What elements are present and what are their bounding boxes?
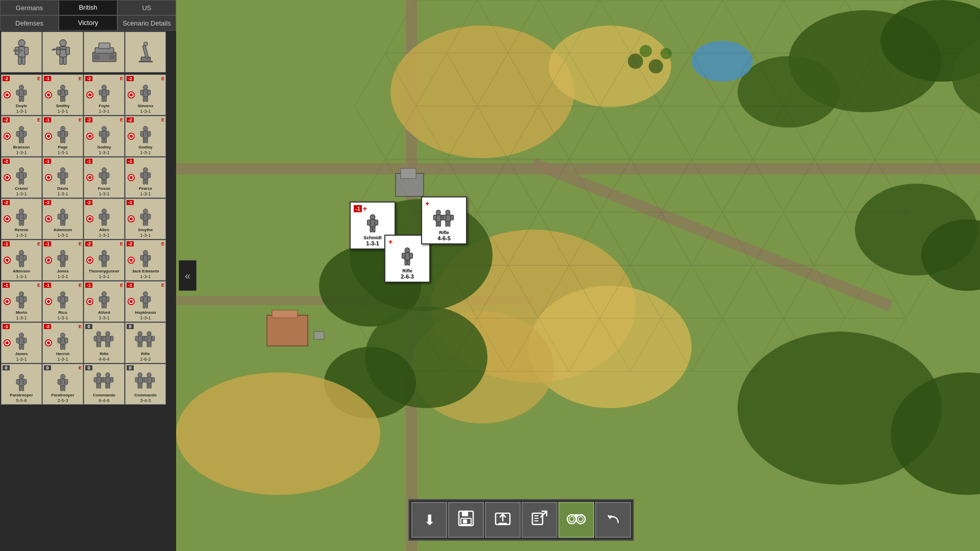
binoculars-button[interactable] bbox=[558, 502, 594, 538]
svg-rect-241 bbox=[176, 163, 980, 174]
svg-rect-152 bbox=[58, 296, 61, 302]
list-item[interactable]: -2 E Jack Edwards 1-3-1 bbox=[125, 240, 166, 281]
svg-rect-64 bbox=[102, 138, 104, 143]
list-item[interactable]: -2 E Godley 1-3-1 bbox=[84, 116, 125, 157]
list-item[interactable]: -1 E Alford 1-3-1 bbox=[84, 281, 125, 322]
list-item[interactable]: -2 E Foyle 1-3-1 bbox=[84, 74, 125, 115]
svg-rect-44 bbox=[140, 90, 143, 95]
svg-rect-112 bbox=[102, 220, 104, 226]
map-area[interactable]: -1 + Schmidt 1-3-1 + Rifle 2-6-3 bbox=[176, 0, 980, 551]
list-item[interactable]: -1 Poxon 1-3-1 bbox=[84, 157, 125, 198]
list-item[interactable]: 0 E Paratrooper 2-5-3 bbox=[42, 364, 83, 405]
export-button[interactable] bbox=[522, 502, 557, 538]
svg-rect-40 bbox=[102, 96, 104, 102]
load-button[interactable] bbox=[485, 502, 521, 538]
svg-rect-50 bbox=[16, 131, 19, 136]
panel-collapse-button[interactable]: « bbox=[179, 260, 197, 291]
svg-rect-134 bbox=[99, 255, 102, 260]
list-item[interactable]: -2 Allen 1-3-1 bbox=[84, 198, 125, 239]
svg-rect-59 bbox=[63, 138, 65, 143]
list-item[interactable]: 0 Rifle 4-6-4 bbox=[84, 322, 125, 363]
svg-rect-171 bbox=[23, 338, 27, 343]
tab-us[interactable]: US bbox=[117, 0, 176, 15]
list-item[interactable]: -2 Adamson 1-3-1 bbox=[42, 198, 83, 239]
list-item[interactable]: -1 James 1-3-1 bbox=[1, 322, 42, 363]
list-item[interactable]: -2 E Godley 1-3-1 bbox=[125, 116, 166, 157]
list-item[interactable]: -2 E Branson 1-3-1 bbox=[1, 116, 42, 157]
list-item[interactable]: 0 Commando 3-4-3 bbox=[125, 364, 166, 405]
svg-rect-41 bbox=[105, 96, 107, 102]
list-item[interactable]: -1 E Atkinson 1-3-1 bbox=[1, 240, 42, 281]
list-item[interactable]: -2 E Doyle 1-3-1 bbox=[1, 74, 42, 115]
svg-rect-227 bbox=[108, 384, 110, 388]
svg-point-339 bbox=[436, 210, 440, 215]
list-item[interactable]: -1 E Page 1-3-1 bbox=[42, 116, 83, 157]
list-item[interactable]: -1 E Morto 1-3-1 bbox=[1, 281, 42, 322]
svg-point-54 bbox=[60, 127, 65, 131]
svg-rect-14 bbox=[51, 49, 55, 51]
list-item[interactable]: -1 E Jones 1-3-1 bbox=[42, 240, 83, 281]
unit-card-mortar[interactable] bbox=[125, 32, 166, 72]
svg-rect-213 bbox=[65, 379, 68, 384]
svg-rect-140 bbox=[140, 255, 143, 260]
svg-rect-142 bbox=[143, 262, 145, 267]
list-item[interactable]: -1 E Smithy 1-3-1 bbox=[42, 74, 83, 115]
end-turn-button[interactable]: ⬇ bbox=[411, 502, 447, 538]
unit-card-mg[interactable] bbox=[42, 32, 83, 72]
svg-rect-360 bbox=[534, 515, 538, 516]
svg-rect-177 bbox=[65, 338, 68, 343]
svg-rect-69 bbox=[148, 131, 151, 136]
map-unit-rifle2[interactable]: + Rifle 4-6-5 bbox=[421, 196, 467, 244]
unit-row-6: -1 E Morto 1-3-1 -1 E bbox=[1, 281, 175, 322]
svg-point-259 bbox=[692, 41, 753, 82]
svg-point-36 bbox=[102, 85, 106, 90]
tab-defenses[interactable]: Defenses bbox=[0, 15, 59, 30]
list-item[interactable]: -1 Pearce 1-3-1 bbox=[125, 157, 166, 198]
undo-button[interactable] bbox=[595, 502, 631, 538]
svg-rect-176 bbox=[58, 338, 61, 343]
unit-card-soldier[interactable] bbox=[1, 32, 42, 72]
svg-point-30 bbox=[60, 85, 65, 90]
svg-point-96 bbox=[19, 209, 23, 214]
svg-point-216 bbox=[96, 373, 101, 378]
list-item[interactable]: -1 Davis 1-3-1 bbox=[42, 157, 83, 198]
tab-british[interactable]: British bbox=[59, 0, 117, 15]
svg-point-270 bbox=[628, 54, 643, 69]
svg-point-264 bbox=[176, 372, 380, 495]
list-item[interactable]: -2 E Thommygunner 1-3-1 bbox=[84, 240, 125, 281]
unit-row-7: -1 James 1-3-1 -2 E bbox=[1, 322, 175, 363]
svg-rect-344 bbox=[439, 221, 441, 227]
svg-point-257 bbox=[528, 286, 692, 408]
list-item[interactable]: -2 E Herriot 1-3-1 bbox=[42, 322, 83, 363]
svg-rect-38 bbox=[99, 90, 102, 95]
save-button[interactable] bbox=[448, 502, 484, 538]
list-item[interactable]: -2 Rennie 1-3-1 bbox=[1, 198, 42, 239]
svg-point-210 bbox=[60, 374, 65, 379]
svg-point-273 bbox=[660, 48, 672, 59]
unit-row-1: -2 E Doyle 1-3-1 -1 E bbox=[1, 74, 175, 115]
tab-victory[interactable]: Victory bbox=[59, 15, 117, 30]
unit-card-emplacement[interactable] bbox=[84, 32, 125, 72]
list-item[interactable]: -1 E Rico 1-3-1 bbox=[42, 281, 83, 322]
list-item[interactable]: -1 Smythe 1-3-1 bbox=[125, 198, 166, 239]
svg-rect-4 bbox=[18, 57, 21, 64]
svg-rect-332 bbox=[373, 227, 375, 232]
svg-rect-206 bbox=[16, 379, 19, 384]
svg-rect-83 bbox=[63, 179, 65, 184]
list-item[interactable]: 0 Paratrooper 5-5-6 bbox=[1, 364, 42, 405]
svg-rect-76 bbox=[19, 179, 21, 184]
svg-point-345 bbox=[446, 210, 450, 215]
svg-rect-203 bbox=[150, 342, 152, 347]
list-item[interactable]: -1 E Hopkinson 1-3-1 bbox=[125, 281, 166, 322]
svg-rect-189 bbox=[110, 336, 113, 341]
svg-rect-94 bbox=[143, 179, 145, 184]
list-item[interactable]: -2 Craner 1-3-1 bbox=[1, 157, 42, 198]
svg-rect-184 bbox=[96, 342, 99, 347]
svg-rect-154 bbox=[60, 303, 62, 308]
list-item[interactable]: -2 E Stevens 1-3-1 bbox=[125, 74, 166, 115]
list-item[interactable]: 0 Commando 6-4-6 bbox=[84, 364, 125, 405]
tab-germans[interactable]: Germans bbox=[0, 0, 59, 15]
tab-scenario-details[interactable]: Scenario Details bbox=[117, 15, 176, 30]
svg-rect-194 bbox=[135, 336, 138, 341]
list-item[interactable]: 0 Rifle 2-6-2 bbox=[125, 322, 166, 363]
